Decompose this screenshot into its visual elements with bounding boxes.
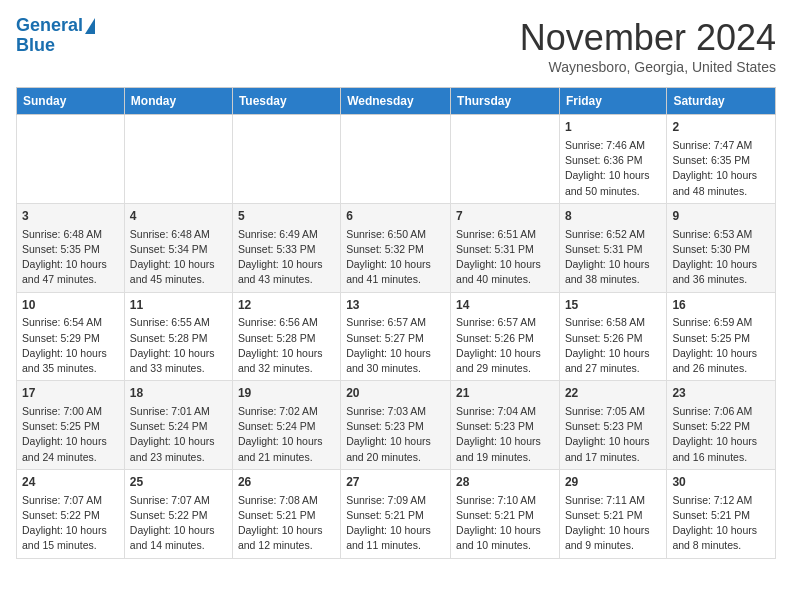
calendar-cell: 11Sunrise: 6:55 AM Sunset: 5:28 PM Dayli…: [124, 292, 232, 381]
col-header-thursday: Thursday: [451, 88, 560, 115]
day-number: 12: [238, 297, 335, 314]
day-number: 10: [22, 297, 119, 314]
day-number: 27: [346, 474, 445, 491]
day-info: Sunrise: 7:08 AM Sunset: 5:21 PM Dayligh…: [238, 493, 335, 554]
day-number: 23: [672, 385, 770, 402]
day-info: Sunrise: 7:07 AM Sunset: 5:22 PM Dayligh…: [130, 493, 227, 554]
calendar-table: SundayMondayTuesdayWednesdayThursdayFrid…: [16, 87, 776, 558]
calendar-cell: 24Sunrise: 7:07 AM Sunset: 5:22 PM Dayli…: [17, 469, 125, 558]
logo-text: General: [16, 16, 83, 36]
calendar-cell: 5Sunrise: 6:49 AM Sunset: 5:33 PM Daylig…: [232, 203, 340, 292]
day-info: Sunrise: 6:56 AM Sunset: 5:28 PM Dayligh…: [238, 315, 335, 376]
day-info: Sunrise: 6:50 AM Sunset: 5:32 PM Dayligh…: [346, 227, 445, 288]
calendar-cell: 30Sunrise: 7:12 AM Sunset: 5:21 PM Dayli…: [667, 469, 776, 558]
day-info: Sunrise: 6:58 AM Sunset: 5:26 PM Dayligh…: [565, 315, 661, 376]
day-number: 19: [238, 385, 335, 402]
calendar-cell: 14Sunrise: 6:57 AM Sunset: 5:26 PM Dayli…: [451, 292, 560, 381]
day-number: 21: [456, 385, 554, 402]
calendar-cell: 16Sunrise: 6:59 AM Sunset: 5:25 PM Dayli…: [667, 292, 776, 381]
day-number: 20: [346, 385, 445, 402]
calendar-cell: 18Sunrise: 7:01 AM Sunset: 5:24 PM Dayli…: [124, 381, 232, 470]
calendar-cell: 10Sunrise: 6:54 AM Sunset: 5:29 PM Dayli…: [17, 292, 125, 381]
day-number: 9: [672, 208, 770, 225]
calendar-cell: 22Sunrise: 7:05 AM Sunset: 5:23 PM Dayli…: [559, 381, 666, 470]
calendar-cell: [341, 115, 451, 204]
calendar-cell: 23Sunrise: 7:06 AM Sunset: 5:22 PM Dayli…: [667, 381, 776, 470]
calendar-cell: 9Sunrise: 6:53 AM Sunset: 5:30 PM Daylig…: [667, 203, 776, 292]
day-info: Sunrise: 7:09 AM Sunset: 5:21 PM Dayligh…: [346, 493, 445, 554]
col-header-monday: Monday: [124, 88, 232, 115]
day-info: Sunrise: 6:57 AM Sunset: 5:27 PM Dayligh…: [346, 315, 445, 376]
logo-blue-text: Blue: [16, 36, 55, 56]
day-number: 29: [565, 474, 661, 491]
calendar-cell: 3Sunrise: 6:48 AM Sunset: 5:35 PM Daylig…: [17, 203, 125, 292]
calendar-cell: 8Sunrise: 6:52 AM Sunset: 5:31 PM Daylig…: [559, 203, 666, 292]
day-info: Sunrise: 6:48 AM Sunset: 5:34 PM Dayligh…: [130, 227, 227, 288]
day-info: Sunrise: 7:06 AM Sunset: 5:22 PM Dayligh…: [672, 404, 770, 465]
day-info: Sunrise: 6:57 AM Sunset: 5:26 PM Dayligh…: [456, 315, 554, 376]
day-info: Sunrise: 6:54 AM Sunset: 5:29 PM Dayligh…: [22, 315, 119, 376]
calendar-week-4: 17Sunrise: 7:00 AM Sunset: 5:25 PM Dayli…: [17, 381, 776, 470]
day-number: 7: [456, 208, 554, 225]
col-header-tuesday: Tuesday: [232, 88, 340, 115]
day-info: Sunrise: 6:55 AM Sunset: 5:28 PM Dayligh…: [130, 315, 227, 376]
day-info: Sunrise: 6:52 AM Sunset: 5:31 PM Dayligh…: [565, 227, 661, 288]
calendar-cell: 12Sunrise: 6:56 AM Sunset: 5:28 PM Dayli…: [232, 292, 340, 381]
title-area: November 2024 Waynesboro, Georgia, Unite…: [520, 16, 776, 75]
calendar-cell: 4Sunrise: 6:48 AM Sunset: 5:34 PM Daylig…: [124, 203, 232, 292]
day-info: Sunrise: 6:53 AM Sunset: 5:30 PM Dayligh…: [672, 227, 770, 288]
day-number: 3: [22, 208, 119, 225]
logo: General Blue: [16, 16, 95, 56]
day-info: Sunrise: 6:48 AM Sunset: 5:35 PM Dayligh…: [22, 227, 119, 288]
calendar-week-3: 10Sunrise: 6:54 AM Sunset: 5:29 PM Dayli…: [17, 292, 776, 381]
day-number: 14: [456, 297, 554, 314]
col-header-wednesday: Wednesday: [341, 88, 451, 115]
day-info: Sunrise: 7:01 AM Sunset: 5:24 PM Dayligh…: [130, 404, 227, 465]
calendar-cell: [232, 115, 340, 204]
day-number: 16: [672, 297, 770, 314]
calendar-cell: 7Sunrise: 6:51 AM Sunset: 5:31 PM Daylig…: [451, 203, 560, 292]
day-info: Sunrise: 7:05 AM Sunset: 5:23 PM Dayligh…: [565, 404, 661, 465]
calendar-cell: 6Sunrise: 6:50 AM Sunset: 5:32 PM Daylig…: [341, 203, 451, 292]
calendar-cell: [124, 115, 232, 204]
day-info: Sunrise: 6:49 AM Sunset: 5:33 PM Dayligh…: [238, 227, 335, 288]
calendar-cell: 29Sunrise: 7:11 AM Sunset: 5:21 PM Dayli…: [559, 469, 666, 558]
calendar-cell: 15Sunrise: 6:58 AM Sunset: 5:26 PM Dayli…: [559, 292, 666, 381]
day-number: 25: [130, 474, 227, 491]
col-header-friday: Friday: [559, 88, 666, 115]
calendar-week-5: 24Sunrise: 7:07 AM Sunset: 5:22 PM Dayli…: [17, 469, 776, 558]
calendar-cell: 27Sunrise: 7:09 AM Sunset: 5:21 PM Dayli…: [341, 469, 451, 558]
day-number: 2: [672, 119, 770, 136]
day-number: 30: [672, 474, 770, 491]
day-info: Sunrise: 7:02 AM Sunset: 5:24 PM Dayligh…: [238, 404, 335, 465]
day-info: Sunrise: 7:00 AM Sunset: 5:25 PM Dayligh…: [22, 404, 119, 465]
calendar-cell: 20Sunrise: 7:03 AM Sunset: 5:23 PM Dayli…: [341, 381, 451, 470]
day-number: 18: [130, 385, 227, 402]
day-info: Sunrise: 7:11 AM Sunset: 5:21 PM Dayligh…: [565, 493, 661, 554]
day-info: Sunrise: 7:04 AM Sunset: 5:23 PM Dayligh…: [456, 404, 554, 465]
logo-triangle-icon: [85, 18, 95, 34]
day-number: 22: [565, 385, 661, 402]
day-number: 6: [346, 208, 445, 225]
calendar-cell: 26Sunrise: 7:08 AM Sunset: 5:21 PM Dayli…: [232, 469, 340, 558]
calendar-cell: 28Sunrise: 7:10 AM Sunset: 5:21 PM Dayli…: [451, 469, 560, 558]
col-header-sunday: Sunday: [17, 88, 125, 115]
day-info: Sunrise: 7:47 AM Sunset: 6:35 PM Dayligh…: [672, 138, 770, 199]
day-number: 15: [565, 297, 661, 314]
day-number: 17: [22, 385, 119, 402]
day-info: Sunrise: 7:10 AM Sunset: 5:21 PM Dayligh…: [456, 493, 554, 554]
calendar-header-row: SundayMondayTuesdayWednesdayThursdayFrid…: [17, 88, 776, 115]
day-number: 5: [238, 208, 335, 225]
calendar-cell: 25Sunrise: 7:07 AM Sunset: 5:22 PM Dayli…: [124, 469, 232, 558]
day-info: Sunrise: 7:12 AM Sunset: 5:21 PM Dayligh…: [672, 493, 770, 554]
day-number: 11: [130, 297, 227, 314]
day-number: 24: [22, 474, 119, 491]
calendar-cell: 21Sunrise: 7:04 AM Sunset: 5:23 PM Dayli…: [451, 381, 560, 470]
calendar-cell: 17Sunrise: 7:00 AM Sunset: 5:25 PM Dayli…: [17, 381, 125, 470]
day-info: Sunrise: 7:03 AM Sunset: 5:23 PM Dayligh…: [346, 404, 445, 465]
calendar-week-1: 1Sunrise: 7:46 AM Sunset: 6:36 PM Daylig…: [17, 115, 776, 204]
location: Waynesboro, Georgia, United States: [520, 59, 776, 75]
day-number: 8: [565, 208, 661, 225]
day-info: Sunrise: 7:07 AM Sunset: 5:22 PM Dayligh…: [22, 493, 119, 554]
calendar-cell: [451, 115, 560, 204]
